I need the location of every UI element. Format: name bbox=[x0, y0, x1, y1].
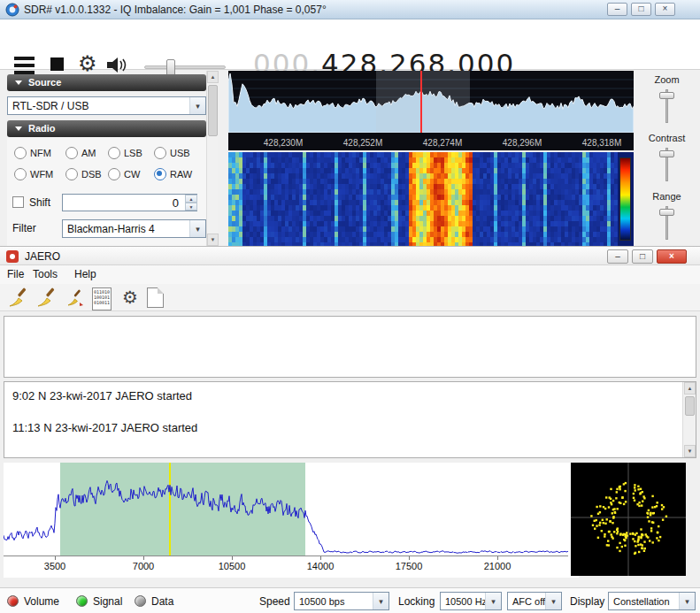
axis-tick-label: 3500 bbox=[44, 561, 65, 571]
radio-circle-icon bbox=[65, 147, 78, 159]
binary-file-icon[interactable]: 011010 100101 010011 bbox=[92, 287, 112, 310]
radio-circle-icon bbox=[14, 147, 27, 159]
maximize-button[interactable]: □ bbox=[631, 3, 651, 16]
new-file-icon[interactable] bbox=[147, 287, 164, 308]
clean-log-broom-icon[interactable] bbox=[7, 286, 30, 309]
filter-select[interactable]: Blackman-Harris 4 ▾ bbox=[62, 219, 206, 238]
axis-tick-label: 10500 bbox=[219, 561, 246, 571]
axis-tick bbox=[497, 556, 498, 560]
source-panel-header[interactable]: Source bbox=[7, 74, 206, 91]
speed-value: 10500 bps bbox=[295, 593, 373, 609]
log-line: 9:02 N 23-kwi-2017 JAERO started bbox=[12, 389, 192, 402]
baseband-spectrum-display: 3500 7000 10500 14000 17500 21000 bbox=[4, 463, 579, 578]
chevron-down-icon: ▾ bbox=[189, 97, 205, 114]
radio-mode-raw[interactable]: RAW bbox=[154, 168, 192, 180]
shift-checkbox[interactable] bbox=[12, 196, 24, 208]
freq-axis-label: 428,274M bbox=[423, 138, 462, 148]
jaero-window: JAERO – □ × File Tools Help bbox=[0, 246, 700, 613]
menu-file[interactable]: File bbox=[7, 265, 24, 284]
tuning-band-overlay[interactable] bbox=[376, 71, 470, 133]
locking-select[interactable]: 10500 Hz ▾ bbox=[440, 592, 502, 610]
menu-tools[interactable]: Tools bbox=[33, 265, 58, 284]
desktop: SDR# v1.0.0.1332 - IQ Imbalance: Gain = … bbox=[0, 0, 700, 613]
radio-circle-icon bbox=[65, 168, 78, 180]
radio-mode-cw[interactable]: CW bbox=[108, 168, 140, 180]
stop-button[interactable] bbox=[50, 57, 64, 71]
rf-spectrum-display[interactable]: 428,230M 428,252M 428,274M 428,296M 428,… bbox=[228, 71, 634, 150]
radio-mode-dsb[interactable]: DSB bbox=[65, 168, 102, 180]
radio-mode-lsb[interactable]: LSB bbox=[108, 147, 142, 159]
radio-circle-icon bbox=[108, 168, 120, 180]
radio-mode-am[interactable]: AM bbox=[65, 147, 96, 159]
radio-circle-icon bbox=[108, 147, 120, 159]
window-title: JAERO bbox=[25, 247, 60, 266]
spin-down-icon[interactable]: ▼ bbox=[185, 203, 197, 211]
radio-mode-label: DSB bbox=[81, 169, 102, 180]
log-scrollbar[interactable]: ▲ ▼ bbox=[682, 382, 696, 457]
settings-gear-icon[interactable]: ⚙ bbox=[78, 53, 97, 74]
scroll-down-icon[interactable]: ▼ bbox=[684, 445, 696, 457]
radio-mode-usb[interactable]: USB bbox=[154, 147, 190, 159]
scroll-up-icon[interactable]: ▲ bbox=[684, 382, 696, 395]
axis-tick bbox=[409, 556, 410, 560]
speed-select[interactable]: 10500 bps ▾ bbox=[294, 592, 389, 610]
maximize-button[interactable]: □ bbox=[632, 249, 653, 264]
sdrsharp-toolbar: ⚙ 000.428.268.000 bbox=[0, 19, 700, 70]
range-slider-track[interactable] bbox=[665, 206, 668, 240]
settings-gear-icon[interactable]: ⚙ bbox=[119, 286, 142, 309]
collapse-triangle-icon bbox=[15, 126, 22, 131]
contrast-slider-thumb[interactable] bbox=[659, 150, 674, 157]
jaero-titlebar[interactable]: JAERO – □ × bbox=[0, 246, 700, 265]
freq-axis-label: 428,318M bbox=[582, 138, 621, 148]
volume-led bbox=[7, 595, 19, 607]
speed-label: Speed bbox=[259, 595, 290, 609]
spectrum-trace bbox=[4, 463, 568, 556]
close-button[interactable]: × bbox=[657, 249, 687, 264]
signal-led-label: Signal bbox=[93, 595, 122, 609]
source-device-select[interactable]: RTL-SDR / USB ▾ bbox=[7, 96, 206, 115]
freq-axis-label: 428,296M bbox=[503, 138, 542, 148]
waterfall-bitmap bbox=[228, 152, 618, 246]
shift-input[interactable] bbox=[62, 194, 197, 211]
source-panel-title: Source bbox=[28, 77, 61, 88]
jaero-statusbar: Volume Signal Data Speed 10500 bps ▾ Loc… bbox=[0, 587, 700, 613]
log-area[interactable]: 9:02 N 23-kwi-2017 JAERO started 11:13 N… bbox=[4, 381, 696, 458]
scrollbar-thumb[interactable] bbox=[685, 396, 695, 416]
radio-mode-label: RAW bbox=[170, 169, 192, 180]
zoom-slider-track[interactable] bbox=[665, 89, 668, 123]
zoom-slider-thumb[interactable] bbox=[659, 92, 674, 99]
display-select[interactable]: Constellation ▾ bbox=[608, 592, 696, 610]
display-value: Constellation bbox=[609, 593, 679, 609]
scroll-down-icon[interactable]: ▼ bbox=[207, 234, 219, 246]
minimize-button[interactable]: – bbox=[607, 249, 628, 264]
afc-select[interactable]: AFC off ▾ bbox=[507, 592, 562, 610]
sdrsharp-titlebar[interactable]: SDR# v1.0.0.1332 - IQ Imbalance: Gain = … bbox=[0, 0, 700, 19]
speaker-icon[interactable] bbox=[106, 57, 127, 73]
axis-tick-label: 14000 bbox=[307, 561, 335, 571]
small-brush-icon[interactable] bbox=[64, 286, 87, 309]
waterfall-display[interactable] bbox=[228, 152, 634, 246]
radio-panel-header[interactable]: Radio bbox=[7, 120, 206, 137]
message-output-area[interactable] bbox=[4, 316, 696, 378]
radio-mode-nfm[interactable]: NFM bbox=[14, 147, 51, 159]
radio-mode-wfm[interactable]: WFM bbox=[14, 168, 53, 180]
axis-tick bbox=[320, 556, 321, 560]
chevron-down-icon: ▾ bbox=[679, 593, 695, 609]
range-slider-thumb[interactable] bbox=[659, 209, 674, 216]
scroll-up-icon[interactable]: ▲ bbox=[207, 71, 219, 83]
radio-mode-label: LSB bbox=[124, 148, 142, 158]
spin-up-icon[interactable]: ▲ bbox=[185, 195, 197, 203]
close-button[interactable]: × bbox=[655, 3, 675, 16]
contrast-slider-track[interactable] bbox=[665, 148, 668, 181]
tuning-line[interactable] bbox=[420, 71, 422, 133]
volume-slider-track[interactable] bbox=[144, 65, 226, 69]
axis-tick bbox=[232, 556, 233, 560]
minimize-button[interactable]: – bbox=[607, 3, 627, 16]
menu-help[interactable]: Help bbox=[74, 265, 96, 284]
clean-data-broom-icon[interactable] bbox=[35, 286, 58, 309]
filter-label: Filter bbox=[12, 222, 36, 235]
scrollbar-thumb[interactable] bbox=[208, 85, 218, 136]
sdrsharp-window: SDR# v1.0.0.1332 - IQ Imbalance: Gain = … bbox=[0, 0, 700, 246]
panel-scrollbar[interactable]: ▲ ▼ bbox=[206, 71, 218, 246]
window-title: SDR# v1.0.0.1332 - IQ Imbalance: Gain = … bbox=[24, 0, 327, 19]
